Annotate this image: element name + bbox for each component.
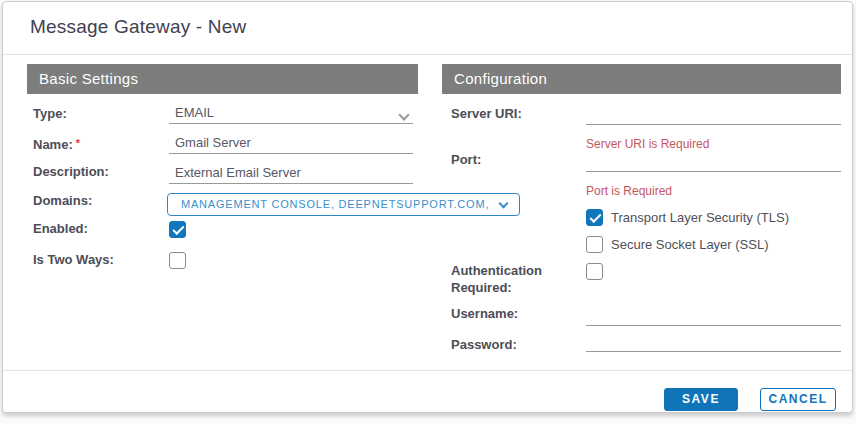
message-gateway-dialog: Message Gateway - New Basic Settings Con… <box>2 1 853 413</box>
domains-chevron-down-icon <box>499 199 509 209</box>
save-button[interactable]: SAVE <box>664 388 738 411</box>
enabled-checkbox[interactable] <box>169 221 186 238</box>
ssl-label: Secure Socket Layer (SSL) <box>611 237 769 252</box>
type-select[interactable] <box>169 105 413 124</box>
tls-checkbox[interactable] <box>586 209 603 226</box>
port-input[interactable] <box>586 153 841 172</box>
auth-required-checkbox[interactable] <box>586 263 603 280</box>
server-uri-label: Server URI: <box>451 106 522 122</box>
basic-settings-header: Basic Settings <box>27 64 418 94</box>
description-input[interactable] <box>169 165 413 184</box>
domains-label: Domains: <box>33 193 92 209</box>
title-separator <box>3 54 852 55</box>
tls-label: Transport Layer Security (TLS) <box>611 210 789 225</box>
password-label: Password: <box>451 337 517 353</box>
port-error: Port is Required <box>586 184 672 198</box>
domains-value: MANAGEMENT CONSOLE, DEEPNETSUPPORT.COM, <box>181 198 489 210</box>
is-two-ways-checkbox[interactable] <box>169 252 186 269</box>
cancel-button[interactable]: CANCEL <box>760 388 836 411</box>
auth-required-label: Authentication Required: <box>451 262 563 296</box>
enabled-label: Enabled: <box>33 221 88 237</box>
description-label: Description: <box>33 164 109 180</box>
is-two-ways-label: Is Two Ways: <box>33 252 114 268</box>
username-input[interactable] <box>586 307 841 326</box>
port-label: Port: <box>451 152 481 168</box>
required-asterisk: * <box>76 137 80 149</box>
type-label: Type: <box>33 106 67 122</box>
footer-separator <box>3 370 852 371</box>
username-label: Username: <box>451 306 518 322</box>
name-label: Name:* <box>33 135 80 153</box>
name-label-text: Name: <box>33 137 73 152</box>
domains-multiselect[interactable]: MANAGEMENT CONSOLE, DEEPNETSUPPORT.COM, <box>167 193 520 216</box>
ssl-checkbox[interactable] <box>586 236 603 253</box>
server-uri-error: Server URI is Required <box>586 137 709 151</box>
name-input[interactable] <box>169 135 413 154</box>
server-uri-input[interactable] <box>586 106 841 125</box>
configuration-header: Configuration <box>442 64 841 94</box>
password-input[interactable] <box>586 333 841 352</box>
dialog-title: Message Gateway - New <box>30 16 246 38</box>
